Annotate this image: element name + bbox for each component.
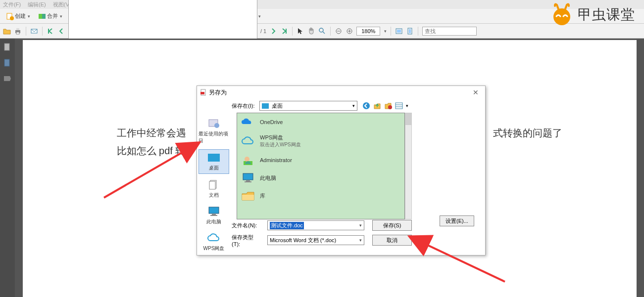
- svg-point-1: [10, 16, 14, 20]
- email-icon[interactable]: [30, 27, 38, 35]
- svg-rect-34: [4, 59, 9, 66]
- svg-point-37: [363, 102, 370, 109]
- list-scrollbar[interactable]: [405, 113, 412, 219]
- svg-rect-31: [409, 29, 411, 33]
- filename-combo[interactable]: 测试文件.doc▾: [267, 220, 364, 230]
- merge-icon: [38, 12, 46, 20]
- pages-panel-icon[interactable]: [3, 42, 12, 51]
- svg-rect-52: [243, 173, 253, 180]
- svg-rect-46: [209, 181, 215, 189]
- brand-text: 甲虫课堂: [578, 5, 635, 24]
- user-icon: [241, 154, 255, 166]
- svg-point-51: [245, 157, 249, 162]
- create-button[interactable]: 创建▾: [3, 11, 33, 21]
- find-input[interactable]: [422, 27, 477, 36]
- svg-point-38: [388, 105, 392, 109]
- side-panel: [0, 39, 15, 297]
- page-last-icon[interactable]: [280, 27, 288, 35]
- bookmarks-panel-icon[interactable]: [3, 58, 12, 67]
- brand-logo-icon: [550, 3, 574, 27]
- page-next-icon[interactable]: [269, 27, 277, 35]
- save-as-dialog: 另存为 ✕ 保存在(I): 桌面 ▾ ▾ 最近使用的项目 桌面 文: [197, 85, 486, 255]
- places-thispc[interactable]: 此电脑: [198, 204, 229, 227]
- create-icon: [6, 12, 14, 20]
- hand-tool-icon[interactable]: [307, 27, 315, 35]
- svg-rect-39: [396, 103, 402, 109]
- svg-rect-17: [16, 32, 19, 34]
- svg-line-22: [323, 32, 325, 34]
- svg-rect-47: [209, 207, 219, 213]
- svg-rect-33: [4, 43, 9, 50]
- svg-rect-44: [208, 154, 220, 162]
- doc-line1-right: 式转换的问题了: [493, 124, 562, 142]
- cloud-icon: [241, 135, 255, 147]
- svg-rect-54: [245, 181, 251, 182]
- pdf-icon: [200, 89, 207, 96]
- dialog-file-list[interactable]: OneDrive WPS网盘双击进入WPS网盘 Administrator 此电…: [237, 113, 405, 219]
- zoom-input[interactable]: [356, 27, 380, 36]
- page-prev-icon[interactable]: [57, 27, 65, 35]
- fit-page-icon[interactable]: [406, 27, 414, 35]
- onedrive-icon: [241, 116, 255, 128]
- menu-edit[interactable]: 编辑(E): [28, 1, 46, 8]
- svg-rect-3: [42, 14, 46, 19]
- dialog-title: 另存为: [209, 88, 227, 97]
- list-item[interactable]: 此电脑: [237, 169, 404, 187]
- save-in-label: 保存在(I):: [232, 102, 254, 110]
- new-folder-icon[interactable]: [384, 102, 392, 110]
- list-item[interactable]: OneDrive: [237, 113, 404, 131]
- filetype-combo[interactable]: Microsoft Word 文档 (*.doc)▾: [267, 235, 364, 245]
- save-button[interactable]: 保存(S): [372, 220, 412, 231]
- svg-rect-16: [16, 28, 19, 30]
- up-icon[interactable]: [373, 102, 381, 110]
- open-icon[interactable]: [3, 27, 11, 35]
- zoom-tool-icon[interactable]: [318, 27, 326, 35]
- attachments-panel-icon[interactable]: [3, 74, 12, 83]
- svg-rect-55: [242, 195, 254, 200]
- merge-button[interactable]: 合并▾: [35, 11, 65, 21]
- toolbar-secondary: / 1 ▾: [0, 24, 644, 39]
- page-first-icon[interactable]: [47, 27, 54, 35]
- dialog-titlebar[interactable]: 另存为 ✕: [197, 86, 485, 99]
- cancel-button[interactable]: 取消: [372, 235, 412, 246]
- brand-watermark: 甲虫课堂: [550, 3, 635, 27]
- places-recent[interactable]: 最近使用的项目: [198, 116, 229, 146]
- pc-icon: [207, 206, 221, 217]
- list-item[interactable]: Administrator: [237, 151, 404, 169]
- desktop-icon: [262, 103, 269, 109]
- list-item[interactable]: 库: [237, 187, 404, 205]
- svg-rect-29: [397, 30, 401, 33]
- dialog-close-button[interactable]: ✕: [469, 87, 482, 97]
- places-wps[interactable]: WPS网盘: [198, 230, 229, 254]
- svg-point-21: [319, 28, 323, 32]
- print-icon[interactable]: [14, 27, 22, 35]
- page-total: / 1: [260, 28, 266, 34]
- select-tool-icon[interactable]: [297, 27, 304, 35]
- zoom-in-icon[interactable]: [346, 27, 353, 35]
- back-icon[interactable]: [362, 102, 370, 110]
- filetype-label: 保存类型(T):: [232, 234, 261, 247]
- dialog-places-bar: 最近使用的项目 桌面 文档 此电脑 WPS网盘: [197, 99, 231, 254]
- save-in-combo[interactable]: 桌面 ▾: [259, 101, 357, 111]
- doc-line1-left: 工作中经常会遇: [117, 124, 186, 142]
- zoom-out-icon[interactable]: [335, 27, 343, 35]
- svg-point-43: [214, 123, 219, 128]
- svg-rect-2: [39, 14, 42, 19]
- list-item[interactable]: WPS网盘双击进入WPS网盘: [237, 131, 404, 151]
- svg-rect-53: [246, 180, 250, 181]
- places-desktop[interactable]: 桌面: [198, 149, 229, 174]
- documents-icon: [207, 179, 221, 191]
- filename-label: 文件名(N):: [232, 222, 261, 229]
- svg-rect-36: [200, 92, 204, 94]
- places-documents[interactable]: 文档: [198, 177, 229, 201]
- view-menu-icon[interactable]: [395, 102, 403, 110]
- library-icon: [241, 190, 255, 202]
- menu-file[interactable]: 文件(F): [3, 1, 21, 8]
- recent-icon: [207, 118, 221, 129]
- pc-icon: [241, 172, 255, 184]
- cloud-icon: [207, 232, 221, 244]
- fit-width-icon[interactable]: [395, 27, 403, 35]
- svg-rect-49: [210, 215, 217, 216]
- svg-rect-48: [212, 214, 216, 215]
- desktop-icon: [207, 152, 221, 164]
